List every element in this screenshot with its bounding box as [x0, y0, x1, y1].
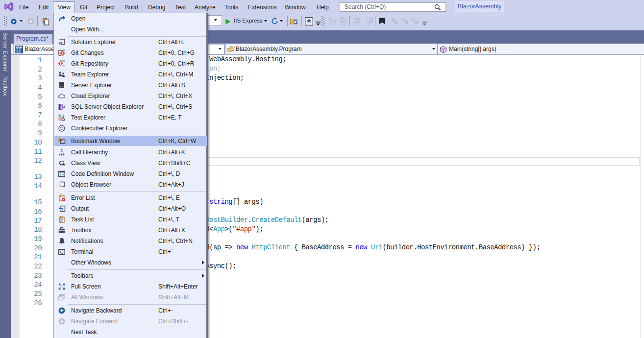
svg-text:?: ?: [366, 18, 369, 22]
